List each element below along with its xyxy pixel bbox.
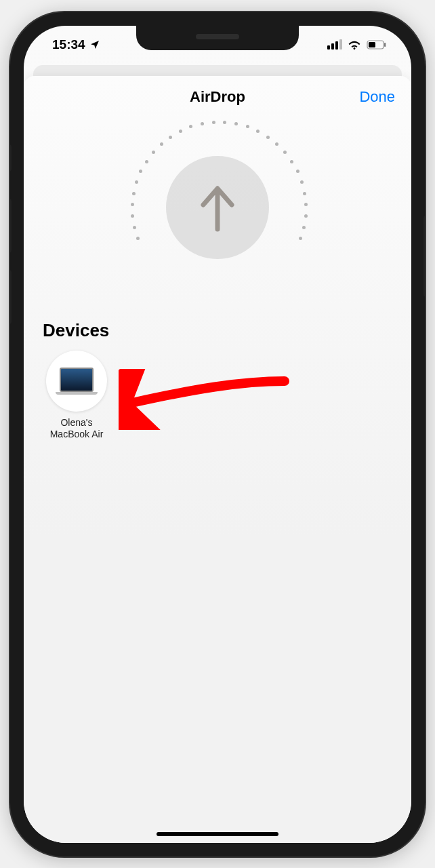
sheet-header: AirDrop Done: [24, 76, 411, 118]
speaker: [196, 34, 239, 39]
wifi-icon: [348, 39, 361, 50]
device-olenas-macbook-air[interactable]: Olena's MacBook Air: [43, 351, 110, 441]
battery-icon: [367, 40, 387, 50]
airdrop-sheet: AirDrop Done Devices: [24, 76, 411, 843]
volume-up: [10, 199, 12, 253]
volume-down: [10, 270, 12, 324]
notch: [136, 26, 299, 50]
sheet-title: AirDrop: [190, 88, 245, 106]
location-icon: [89, 39, 100, 50]
svg-rect-1: [384, 43, 386, 47]
upload-circle: [166, 156, 269, 259]
macbook-icon: [56, 368, 98, 395]
device-icon-circle: [46, 351, 107, 412]
power-button: [423, 216, 425, 297]
screen: 15:34: [24, 26, 411, 843]
phone-frame: 15:34: [10, 12, 425, 856]
mute-switch: [10, 144, 12, 172]
done-button[interactable]: Done: [359, 76, 395, 118]
radar-area: [24, 118, 411, 315]
devices-grid: Olena's MacBook Air: [24, 341, 411, 450]
devices-heading: Devices: [24, 320, 411, 341]
svg-rect-2: [369, 42, 375, 47]
cellular-icon: [327, 39, 342, 50]
home-indicator: [157, 832, 278, 836]
status-time: 15:34: [52, 37, 85, 52]
device-label: Olena's MacBook Air: [43, 417, 110, 441]
arrow-up-icon: [194, 180, 241, 235]
